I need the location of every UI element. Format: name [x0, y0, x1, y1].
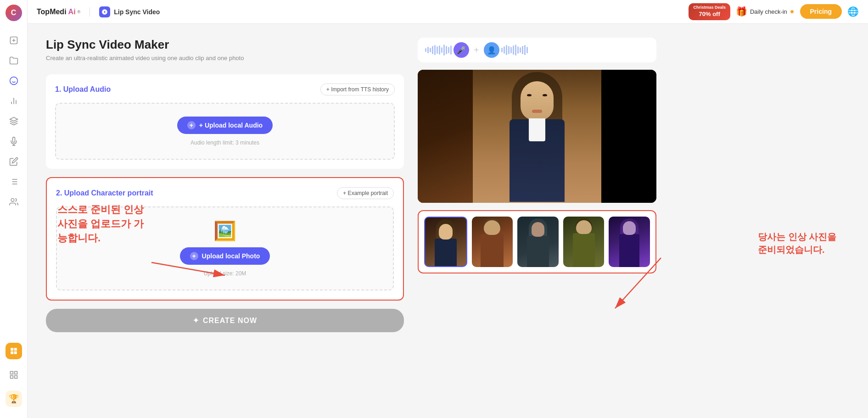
waveform-bar: 🎤 + 👤 — [418, 38, 656, 62]
xmas-banner[interactable]: Christmas Deals 70% off — [689, 3, 730, 20]
preview-image — [418, 70, 656, 203]
thumbnail-5[interactable] — [609, 217, 650, 267]
portrait-upload-area[interactable]: 🖼️ + Upload local Photo Upload size: 20M — [56, 206, 394, 290]
topnav-right: Christmas Deals 70% off 🎁 Daily check-in… — [689, 3, 859, 20]
plus-icon: + — [190, 252, 198, 260]
svg-rect-19 — [11, 348, 13, 351]
audio-upload-area[interactable]: + + Upload local Audio Audio length limi… — [55, 103, 395, 160]
page-title: Lip Sync Video Maker — [46, 38, 404, 52]
collar-shape — [529, 118, 545, 141]
preview-bg-right — [601, 70, 656, 203]
portrait-section-header: 2. Upload Character portrait + Example p… — [56, 187, 394, 199]
create-now-button[interactable]: ✦ CREATE NOW — [46, 309, 404, 332]
topnav: TopMediAi® Lip Sync Video Christmas Deal… — [28, 0, 868, 24]
svg-rect-25 — [10, 376, 13, 379]
upload-audio-button[interactable]: + + Upload local Audio — [177, 117, 273, 134]
upload-audio-section: 1. Upload Audio + Import from TTS histor… — [46, 74, 404, 169]
app-logo: TopMediAi® — [37, 8, 80, 16]
audio-section-title: 1. Upload Audio — [55, 85, 111, 94]
svg-rect-23 — [10, 372, 13, 374]
sidebar-item-create[interactable] — [6, 32, 22, 49]
product-name: Lip Sync Video — [99, 6, 160, 17]
waveform-left: 🎤 — [425, 42, 469, 58]
upload-photo-button[interactable]: + Upload local Photo — [180, 247, 270, 265]
svg-rect-22 — [14, 351, 17, 354]
annotation-right-text: 당사는 인상 사진을 준비되었습니다. — [758, 230, 840, 256]
waveform-lines-right — [501, 44, 528, 56]
sidebar-item-analytics[interactable] — [6, 93, 22, 109]
thumbnails-container — [418, 210, 656, 273]
sidebar-item-mic[interactable] — [6, 133, 22, 150]
thumbnail-2[interactable] — [472, 217, 513, 267]
sidebar-gift-btn[interactable]: 🏆 — [6, 390, 22, 407]
audio-section-header: 1. Upload Audio + Import from TTS histor… — [55, 84, 395, 95]
preview-container — [418, 70, 656, 203]
svg-rect-26 — [14, 376, 17, 379]
coin-icon: ● — [790, 7, 795, 16]
portrait-hint: Upload size: 20M — [204, 270, 246, 277]
product-icon — [99, 6, 110, 17]
face-shape — [521, 81, 554, 120]
sidebar-item-users[interactable] — [6, 194, 22, 210]
portrait-section-title: 2. Upload Character portrait — [56, 189, 153, 197]
sidebar-item-list[interactable] — [6, 173, 22, 190]
svg-rect-20 — [14, 348, 17, 351]
logo-divider — [90, 7, 90, 17]
sidebar-item-folder[interactable] — [6, 52, 22, 69]
example-portrait-button[interactable]: + Example portrait — [337, 187, 394, 199]
waveform-plus: + — [474, 45, 479, 56]
upload-portrait-section: 2. Upload Character portrait + Example p… — [46, 177, 404, 301]
sidebar-badge-btn[interactable] — [6, 343, 22, 359]
thumbnail-4[interactable] — [563, 217, 605, 267]
sidebar-item-edit[interactable] — [6, 153, 22, 170]
thumbnail-1[interactable] — [424, 217, 467, 267]
plus-icon: + — [187, 121, 196, 129]
main-content: Lip Sync Video Maker Create an ultra-rea… — [28, 24, 868, 418]
sidebar-item-grid[interactable] — [6, 367, 22, 383]
gift-icon: 🎁 — [736, 6, 747, 17]
preview-bg-left — [418, 70, 473, 203]
import-tts-button[interactable]: + Import from TTS history — [320, 84, 395, 95]
pricing-button[interactable]: Pricing — [800, 4, 842, 19]
daily-checkin-btn[interactable]: 🎁 Daily check-in ● — [736, 6, 795, 17]
language-icon[interactable]: 🌐 — [847, 6, 859, 17]
sidebar-item-layers[interactable] — [6, 113, 22, 129]
thumbnail-3[interactable] — [517, 217, 559, 267]
svg-marker-9 — [10, 117, 17, 121]
waveform-lines-left — [425, 44, 452, 56]
svg-rect-24 — [14, 372, 17, 374]
sidebar: C — [0, 0, 28, 418]
audio-hint: Audio length limit: 3 minutes — [190, 139, 259, 146]
svg-point-18 — [11, 199, 14, 202]
waveform-right: 👤 — [484, 42, 528, 58]
person-circle: 👤 — [484, 42, 499, 58]
logo-area: TopMediAi® Lip Sync Video — [37, 6, 160, 17]
image-upload-icon: 🖼️ — [213, 220, 236, 242]
right-panel: 🎤 + 👤 — [418, 38, 656, 404]
svg-point-3 — [10, 77, 17, 85]
page-subtitle: Create an ultra-realistic animated video… — [46, 55, 404, 61]
mic-circle: 🎤 — [454, 42, 469, 58]
user-avatar[interactable]: C — [6, 5, 22, 21]
svg-rect-21 — [11, 351, 13, 354]
sparkle-icon: ✦ — [193, 316, 199, 325]
left-panel: Lip Sync Video Maker Create an ultra-rea… — [46, 38, 404, 404]
sidebar-item-lipsync[interactable] — [6, 72, 22, 89]
preview-center — [473, 70, 601, 203]
